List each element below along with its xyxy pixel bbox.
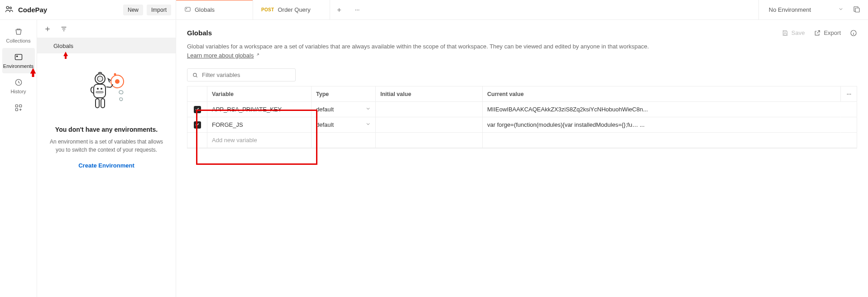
type-placeholder [311, 133, 375, 148]
svg-point-4 [355, 10, 356, 10]
create-environment-link[interactable]: Create Environment [78, 162, 134, 169]
filter-variables-input[interactable] [187, 68, 296, 81]
svg-point-21 [97, 88, 99, 90]
svg-point-0 [6, 6, 9, 9]
svg-rect-25 [101, 99, 105, 108]
variable-name-cell[interactable]: FORGE_JS [207, 117, 311, 133]
table-row[interactable]: FORGE_JS default var forge=(function(mod… [187, 117, 857, 133]
search-icon [192, 72, 198, 78]
current-value-cell[interactable]: MIIEowIBAAKCAQEAkkZX3ziS8Zq2ksiYcNHobuoh… [482, 102, 840, 117]
method-badge: POST [261, 7, 274, 12]
header-type: Type [311, 86, 375, 102]
rail-environments[interactable]: Environments [2, 48, 35, 73]
environments-sidebar: Globals [37, 20, 176, 297]
variable-type-cell[interactable]: default [311, 102, 375, 117]
rail-collections[interactable]: Collections [2, 23, 35, 48]
row-checkbox[interactable] [187, 102, 207, 117]
header-current: Current value [482, 86, 840, 102]
save-button[interactable]: Save [782, 29, 805, 37]
add-variable-input[interactable] [212, 137, 307, 144]
variable-type-cell[interactable]: default [311, 117, 375, 133]
add-variable-cell[interactable] [207, 133, 311, 148]
svg-point-16 [115, 79, 120, 84]
header-variable: Variable [207, 86, 311, 102]
svg-rect-13 [19, 105, 21, 107]
svg-rect-9 [15, 54, 22, 60]
tab-label: Globals [195, 6, 215, 13]
page-description: Global variables for a workspace are a s… [187, 43, 649, 50]
initial-placeholder [375, 133, 482, 148]
row-checkbox[interactable] [187, 117, 207, 133]
new-tab-button[interactable] [330, 0, 348, 19]
svg-rect-14 [15, 109, 18, 111]
initial-value-cell[interactable] [375, 102, 482, 117]
checkbox-checked-icon [194, 106, 201, 113]
save-label: Save [791, 29, 805, 36]
initial-value-cell[interactable] [375, 117, 482, 133]
svg-rect-12 [15, 105, 18, 107]
environment-quicklook-icon[interactable] [853, 5, 861, 14]
tab-overflow-button[interactable] [348, 0, 366, 19]
variables-table: Variable Type Initial value Current valu… [187, 86, 857, 148]
row-checkbox-placeholder [187, 133, 207, 148]
header-initial: Initial value [375, 86, 482, 102]
svg-point-22 [101, 88, 102, 90]
team-icon [5, 5, 14, 15]
svg-point-5 [357, 10, 358, 10]
svg-point-1 [10, 7, 11, 9]
svg-point-30 [849, 94, 849, 95]
svg-rect-24 [96, 99, 99, 108]
empty-state-description: An environment is a set of variables tha… [45, 138, 168, 154]
empty-state-title: You don't have any environments. [55, 126, 158, 133]
external-link-icon [254, 52, 259, 61]
chevron-down-icon [365, 106, 371, 113]
svg-rect-8 [855, 8, 859, 12]
sidebar-item-label: Globals [53, 43, 73, 49]
row-spacer [840, 102, 857, 117]
export-label: Export [824, 29, 841, 36]
info-icon[interactable] [850, 29, 857, 37]
tab-globals[interactable]: Globals [176, 0, 253, 19]
rail-history[interactable]: History [2, 73, 35, 99]
svg-rect-2 [185, 7, 190, 11]
table-row-add[interactable] [187, 133, 857, 148]
svg-rect-23 [96, 91, 103, 93]
svg-point-19 [97, 76, 103, 81]
empty-state-illustration [79, 65, 134, 120]
filter-input-field[interactable] [202, 72, 291, 78]
table-options-button[interactable] [840, 86, 857, 102]
tabs-bar: Globals POST Order Query [176, 0, 758, 19]
rail-label: Collections [6, 38, 31, 43]
row-spacer [840, 117, 857, 133]
page-title: Globals [187, 29, 212, 37]
rail-more[interactable] [2, 99, 35, 117]
tab-order-query[interactable]: POST Order Query [253, 0, 330, 19]
header-checkbox-cell [187, 86, 207, 102]
globals-icon [184, 6, 191, 14]
export-button[interactable]: Export [814, 29, 841, 37]
svg-rect-26 [784, 33, 786, 35]
current-value-cell[interactable]: var forge=(function(modules){var install… [482, 117, 840, 133]
variable-name-cell[interactable]: APP_RSA_PRIVATE_KEY [207, 102, 311, 117]
content-pane: Globals Save Export Global variables for… [176, 20, 868, 297]
svg-point-31 [850, 94, 851, 95]
learn-more-link[interactable]: Learn more about globals [187, 52, 259, 59]
sidebar-item-globals[interactable]: Globals [37, 38, 176, 53]
svg-point-6 [359, 10, 360, 10]
workspace-name[interactable]: CodePay [18, 6, 120, 14]
environment-selector[interactable]: No Environment [766, 5, 846, 15]
svg-point-29 [847, 94, 848, 95]
new-button[interactable]: New [123, 5, 143, 15]
svg-rect-20 [94, 84, 106, 98]
annotation-arrow-icon [62, 52, 69, 60]
chevron-down-icon [838, 6, 844, 13]
rail-label: History [10, 89, 26, 94]
table-row[interactable]: APP_RSA_PRIVATE_KEY default MIIEowIBAAKC… [187, 102, 857, 117]
create-environment-icon[interactable] [41, 22, 54, 36]
filter-icon[interactable] [57, 22, 71, 36]
checkbox-checked-icon [194, 121, 201, 129]
current-placeholder [482, 133, 840, 148]
import-button[interactable]: Import [147, 5, 171, 15]
svg-point-10 [16, 56, 17, 57]
svg-point-3 [186, 8, 187, 9]
